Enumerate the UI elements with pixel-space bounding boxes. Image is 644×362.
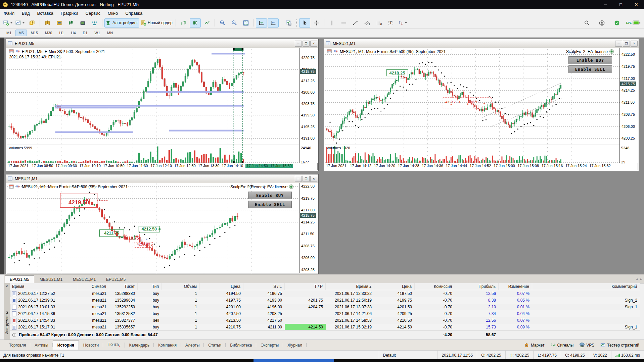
close-icon[interactable]: ✕ xyxy=(5,285,8,288)
menu-item[interactable]: Вставка xyxy=(34,10,57,17)
minimize-icon[interactable]: ─ xyxy=(598,0,613,9)
column-header[interactable]: Время ▴ xyxy=(326,283,374,290)
toolbox-tab[interactable]: Библиотека xyxy=(226,341,256,350)
toolbox-tab[interactable]: Почта7 xyxy=(103,340,125,350)
menu-item[interactable]: Окно xyxy=(104,10,122,17)
toolbox-side-label[interactable]: Инструменты xyxy=(5,311,9,334)
timeframe-w1[interactable]: W1 xyxy=(92,30,103,36)
enable-sell-button[interactable]: Enable SELL xyxy=(248,201,292,208)
chart-tab[interactable]: EPU21,M5 xyxy=(5,275,34,283)
close-icon[interactable]: ✕ xyxy=(310,176,317,182)
menu-item[interactable]: Справка xyxy=(122,10,146,17)
chart-shift-button[interactable] xyxy=(268,18,279,28)
column-header[interactable]: Изменение xyxy=(499,283,532,290)
text-button[interactable]: T xyxy=(385,18,396,28)
toolbar-grip[interactable] xyxy=(296,19,297,27)
timeframe-h4[interactable]: H4 xyxy=(68,30,79,36)
enable-buy-button[interactable]: Enable BUY xyxy=(248,192,292,199)
column-header[interactable]: S / L xyxy=(243,283,285,290)
column-header[interactable]: Прибыль xyxy=(455,283,499,290)
table-row[interactable]: 2021.06.17 12:27:52mesu21135288380buy141… xyxy=(10,290,640,297)
table-row[interactable]: 2021.06.17 14:15:36mesu21135312582buy142… xyxy=(10,310,640,317)
algotrading-button[interactable]: Алготрейдинг xyxy=(104,18,139,28)
market-watch-button[interactable] xyxy=(42,18,53,28)
chart-area[interactable]: MESU21, M1: Micro E-mini S&P 500 ($5): S… xyxy=(325,48,638,170)
table-row[interactable]: 2021.06.17 15:17:01mesu21135335657buy142… xyxy=(10,324,640,330)
timeframe-d1[interactable]: D1 xyxy=(80,30,91,36)
time-axis[interactable]: 17 Jun 202117 Jun 08:5017 Jun 09:3017 Ju… xyxy=(7,163,317,170)
enable-buy-button[interactable]: Enable BUY xyxy=(568,56,612,64)
chart-area[interactable]: EPU21, M5: E-Mini S&P 500: September 202… xyxy=(7,48,318,170)
navigator-button[interactable] xyxy=(65,18,77,28)
toolbox-tab[interactable]: Активы xyxy=(30,341,53,350)
toolbox-tab[interactable]: Алерты xyxy=(181,341,204,350)
column-header[interactable]: Время xyxy=(10,283,77,290)
restore-icon[interactable]: ❐ xyxy=(623,41,630,47)
close-icon[interactable]: ✕ xyxy=(310,41,317,47)
vps-link[interactable]: VPS xyxy=(580,343,594,348)
toolbox-tab[interactable]: Торговля xyxy=(5,341,30,350)
scroll-right-icon[interactable]: ▸ xyxy=(640,277,642,281)
column-header[interactable]: Символ xyxy=(77,283,109,290)
scroll-left-icon[interactable]: ◂ xyxy=(636,277,638,281)
toolbox-tab[interactable]: История xyxy=(53,341,79,350)
connection-ping[interactable]: 163.62 ms xyxy=(611,351,644,360)
market-link[interactable]: Маркет xyxy=(524,343,545,348)
timeframe-m5[interactable]: M5 xyxy=(15,30,27,36)
minimize-icon[interactable]: ─ xyxy=(295,41,302,47)
zoom-out-button[interactable] xyxy=(229,18,240,28)
toolbox-tab[interactable]: Журнал xyxy=(283,341,307,350)
chart-tab[interactable]: EPU21,M5 xyxy=(101,275,131,283)
timeframe-m30[interactable]: M30 xyxy=(42,30,55,36)
bar-chart-button[interactable] xyxy=(178,18,189,28)
chart-tab[interactable]: MESU21,M1 xyxy=(68,275,101,283)
crosshair-button[interactable] xyxy=(311,18,322,28)
column-header[interactable]: Цена xyxy=(374,283,415,290)
menu-item[interactable]: Файл xyxy=(0,10,18,17)
menu-item[interactable]: Вид xyxy=(18,10,34,17)
column-header[interactable]: Цена xyxy=(200,283,243,290)
connection-level-indicator[interactable]: LVL xyxy=(626,20,641,25)
price-chart-plot[interactable] xyxy=(7,48,299,165)
menu-item[interactable]: Графики xyxy=(57,10,82,17)
price-axis[interactable]: 4222.504219.754217.004214.254211.504208.… xyxy=(299,183,318,273)
account-button[interactable] xyxy=(596,18,607,28)
new-chart-button[interactable] xyxy=(2,18,14,28)
signals-link[interactable]: Сигналы xyxy=(551,343,574,348)
toolbox-tab[interactable]: Эксперты xyxy=(256,341,283,350)
chart-window-titlebar[interactable]: MESU21,M1 ─ ❐ ✕ xyxy=(6,174,318,183)
zoom-in-button[interactable] xyxy=(217,18,228,28)
timeframe-m1[interactable]: M1 xyxy=(3,30,14,36)
toolbox-tab[interactable]: Новости xyxy=(79,341,103,350)
broadcast-button[interactable] xyxy=(89,18,100,28)
restore-icon[interactable]: ❐ xyxy=(303,41,310,47)
tester-link[interactable]: Тестер стратегий xyxy=(600,343,639,348)
minimize-icon[interactable]: ─ xyxy=(615,41,622,47)
timeframe-m15[interactable]: M15 xyxy=(28,30,41,36)
trendline-button[interactable] xyxy=(350,18,361,28)
equidistant-channel-button[interactable]: E xyxy=(362,18,373,28)
chart-area[interactable]: MESU21, M1: Micro E-mini S&P 500 ($5): S… xyxy=(7,183,318,273)
column-header[interactable]: Объем xyxy=(162,283,200,290)
search-button[interactable] xyxy=(581,18,592,28)
restore-icon[interactable]: ❐ xyxy=(303,176,310,182)
templates-button[interactable] xyxy=(283,18,294,28)
horizontal-line-button[interactable] xyxy=(338,18,349,28)
menu-item[interactable]: Сервис xyxy=(82,10,104,17)
close-icon[interactable]: ✕ xyxy=(631,41,638,47)
column-header[interactable]: Комментарий xyxy=(532,283,640,290)
maximize-icon[interactable]: □ xyxy=(613,0,629,9)
expand-icon[interactable] xyxy=(12,333,16,337)
chart-window-titlebar[interactable]: MESU21,M1 ─ ❐ ✕ xyxy=(324,39,639,48)
fibonacci-button[interactable]: F xyxy=(373,18,384,28)
symbols-button[interactable]: $ xyxy=(27,18,38,28)
arrows-button[interactable] xyxy=(397,18,408,28)
chart-profiles-button[interactable] xyxy=(14,18,26,28)
close-icon[interactable]: ✕ xyxy=(629,0,644,9)
cursor-button[interactable] xyxy=(299,18,310,28)
taskbar-app-segment[interactable] xyxy=(254,359,334,362)
connection-button[interactable] xyxy=(611,18,623,28)
line-chart-button[interactable] xyxy=(201,18,213,28)
candle-chart-button[interactable] xyxy=(190,18,201,28)
timeframe-h1[interactable]: H1 xyxy=(56,30,67,36)
